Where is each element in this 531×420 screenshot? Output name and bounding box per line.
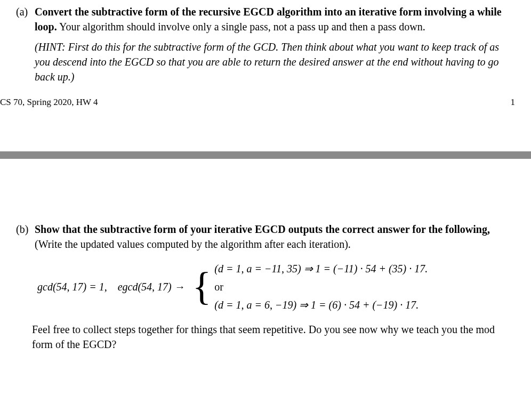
footer-left: CS 70, Spring 2020, HW 4 [0, 96, 98, 109]
part-b-followup: Feel free to collect steps together for … [16, 322, 515, 352]
egcd-equation: gcd(54, 17) = 1, egcd(54, 17) → { (d = 1… [16, 252, 515, 322]
left-brace-icon: { [192, 273, 212, 301]
case-1: (d = 1, a = −11, 35) ⇒ 1 = (−11) · 54 + … [214, 261, 428, 276]
part-b-normal: (Write the updated values computed by th… [35, 238, 351, 250]
case-2: (d = 1, a = 6, −19) ⇒ 1 = (6) · 54 + (−1… [214, 297, 428, 312]
part-b-label: (b) [16, 222, 32, 237]
part-a-normal: Your algorithm should involve only a sin… [57, 21, 425, 33]
part-b: (b) Show that the subtractive form of yo… [0, 217, 531, 352]
page-separator [0, 151, 531, 159]
egcd-left: gcd(54, 17) = 1, egcd(54, 17) → [37, 279, 185, 294]
part-a-label: (a) [16, 4, 32, 19]
part-a: (a) Convert the subtractive form of the … [0, 0, 531, 84]
part-b-bold: Show that the subtractive form of your i… [35, 223, 490, 235]
part-a-content: Convert the subtractive form of the recu… [35, 4, 514, 84]
brace-cases: { (d = 1, a = −11, 35) ⇒ 1 = (−11) · 54 … [192, 261, 428, 312]
page-footer: CS 70, Spring 2020, HW 4 1 [0, 84, 531, 109]
part-a-hint: (HINT: First do this for the subtractive… [35, 39, 514, 84]
case-or: or [214, 279, 428, 294]
footer-page-number: 1 [511, 96, 516, 109]
part-b-content: Show that the subtractive form of your i… [35, 222, 514, 252]
cases-stack: (d = 1, a = −11, 35) ⇒ 1 = (−11) · 54 + … [214, 261, 428, 312]
